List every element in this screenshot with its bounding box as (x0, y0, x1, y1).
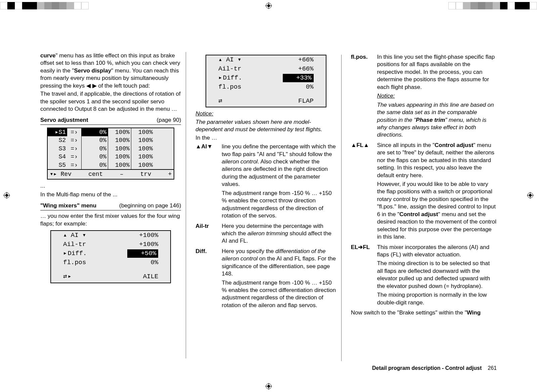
reg-block-left (0, 2, 89, 9)
definition-term: Diff. (195, 248, 222, 311)
page-ref: (page 90) (157, 116, 181, 124)
definition-item: Diff.Here you specify the differentiatio… (195, 248, 336, 311)
crosshair-icon (527, 192, 534, 200)
definition-body: Here you specify the differentiation of … (222, 248, 336, 311)
definition-body: This mixer incorporates the ailerons (AI… (377, 244, 497, 308)
definition-item: EL➔FLThis mixer incorporates the aileron… (351, 244, 497, 308)
definition-term: EL➔FL (351, 244, 377, 308)
section-heading: "Wing mixers" menu (beginning on page 14… (40, 202, 181, 210)
crosshair-icon (89, 2, 448, 9)
definition-item: ▲FL▲Since all inputs in the "Control adj… (351, 142, 497, 242)
wing-mixer-box-flap: ▴ AI ▾+66%Ail-tr+66%Diff.+33%fl.pos0%⇄FL… (206, 55, 326, 107)
crosshair-icon (0, 383, 537, 390)
definition-item: Ail-trHere you determine the percentage … (195, 223, 336, 246)
heading-label: "Wing mixers" menu (40, 202, 96, 209)
definition-term: Ail-tr (195, 223, 222, 246)
body-text: curve" menu has as little effect on this… (40, 52, 181, 90)
body-text: In the Multi-flap menu of the ... (40, 191, 181, 198)
page-footer: Detail program description - Control adj… (40, 365, 497, 371)
registration-marks-bottom (0, 381, 537, 392)
column-1: curve" menu has as little effect on this… (40, 52, 186, 358)
definition-item: ▲AI▼line you define the percentage with … (195, 143, 336, 221)
ellipsis: ... (40, 182, 181, 190)
definition-body: Since all inputs in the "Control adjust"… (377, 142, 497, 242)
definition-term: ▲FL▲ (351, 142, 377, 242)
definition-term: fl.pos. (351, 53, 377, 140)
notice-label: Notice: (195, 110, 336, 117)
definition-term: ▲AI▼ (195, 143, 222, 221)
body-text: … you now enter the first mixer values f… (40, 212, 181, 228)
column-3: fl.pos.In this line you set the flight-p… (351, 52, 497, 358)
page-ref: (beginning on page 146) (119, 202, 181, 209)
section-heading: Servo adjustment (page 90) (40, 116, 181, 125)
servo-adjustment-table: ▸S1=›0%100%100%S2=›0%100%100%S3=›0%100%1… (47, 128, 174, 180)
footer-title: Detail program description - Control adj… (372, 365, 482, 371)
notice-text: The parameter values shown here are mode… (195, 118, 336, 134)
crosshair-icon (3, 192, 10, 200)
page: curve" menu has as little effect on this… (0, 0, 537, 392)
content-columns: curve" menu has as little effect on this… (40, 52, 497, 358)
body-text: Now switch to the "Brake settings" withi… (351, 309, 497, 316)
definition-body: line you define the percentage with whic… (222, 143, 336, 221)
definition-body: Here you determine the percentage with w… (222, 223, 336, 246)
page-number: 261 (488, 365, 497, 371)
column-2: ▴ AI ▾+66%Ail-tr+66%Diff.+33%fl.pos0%⇄FL… (195, 52, 341, 358)
body-text: In the … (195, 134, 336, 142)
reg-block-right (448, 2, 537, 9)
heading-label: Servo adjustment (40, 116, 88, 124)
wing-mixer-box-aile: ▴ AI ▾+100%Ail-tr+100%Diff.+50%fl.pos0%⇄… (50, 230, 171, 283)
body-text: The travel and, if applicable, the direc… (40, 90, 181, 113)
definition-item: fl.pos.In this line you set the flight-p… (351, 53, 497, 140)
definition-body: In this line you set the flight-phase sp… (377, 53, 497, 140)
registration-marks-top (0, 0, 537, 11)
